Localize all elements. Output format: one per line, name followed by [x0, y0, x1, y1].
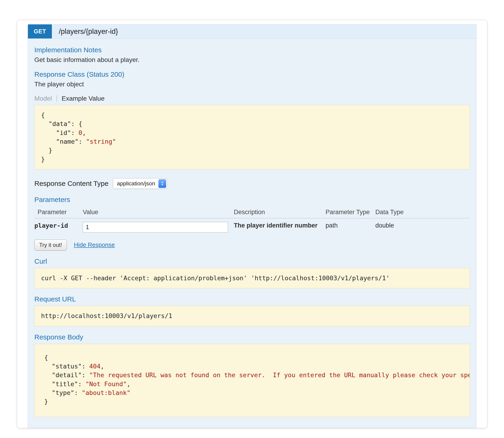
model-example-tabs: Model Example Value — [34, 95, 470, 102]
col-header-value: Value — [83, 206, 234, 218]
col-header-data-type: Data Type — [375, 206, 470, 218]
response-body-code-block: { "status": 404, "detail": "The requeste… — [34, 344, 470, 417]
try-it-out-button[interactable]: Try it out! — [34, 240, 67, 251]
col-header-parameter-type: Parameter Type — [326, 206, 375, 218]
parameter-type: path — [326, 218, 375, 236]
parameter-description: The player identifier number — [234, 218, 326, 236]
response-content-type-value: application/json — [117, 180, 155, 187]
response-content-type-label: Response Content Type — [34, 180, 108, 187]
implementation-notes-heading: Implementation Notes — [34, 46, 470, 54]
implementation-notes-text: Get basic information about a player. — [34, 56, 470, 64]
col-header-description: Description — [234, 206, 326, 218]
parameter-row: player-id The player identifier number p… — [34, 218, 470, 236]
parameter-value-input[interactable] — [83, 222, 228, 233]
hide-response-link[interactable]: Hide Response — [74, 241, 115, 249]
parameter-data-type: double — [375, 218, 470, 236]
select-stepper-icon: ▲▼ — [158, 179, 166, 188]
actions-row: Try it out! Hide Response — [34, 240, 470, 251]
endpoint-path[interactable]: /players/{player-id} — [59, 27, 118, 36]
tab-divider — [57, 95, 57, 102]
http-method-badge[interactable]: GET — [28, 24, 52, 38]
tab-example-value[interactable]: Example Value — [62, 95, 104, 102]
parameters-heading: Parameters — [34, 196, 470, 204]
col-header-parameter: Parameter — [34, 206, 83, 218]
response-body-heading: Response Body — [34, 333, 470, 341]
parameter-name: player-id — [34, 218, 83, 236]
endpoint-body: Implementation Notes Get basic informati… — [28, 39, 476, 428]
curl-heading: Curl — [34, 257, 470, 265]
tab-model[interactable]: Model — [34, 95, 52, 102]
response-content-type-select[interactable]: application/json ▲▼ — [113, 178, 167, 189]
endpoint-header[interactable]: GET /players/{player-id} — [28, 24, 476, 39]
curl-code-block: curl -X GET --header 'Accept: applicatio… — [34, 268, 470, 288]
response-content-type-row: Response Content Type application/json ▲… — [34, 178, 470, 189]
request-url-heading: Request URL — [34, 295, 470, 303]
request-url-code-block: http://localhost:10003/v1/players/1 — [34, 306, 470, 326]
api-operation-card: GET /players/{player-id} Implementation … — [17, 20, 487, 428]
example-value-code-block: { "data": { "id": 0, "name": "string" }} — [34, 105, 470, 169]
parameters-table: Parameter Value Description Parameter Ty… — [34, 206, 470, 236]
response-class-subtitle: The player object — [34, 81, 470, 88]
endpoint-panel: GET /players/{player-id} Implementation … — [28, 24, 477, 428]
parameters-header-row: Parameter Value Description Parameter Ty… — [34, 206, 470, 218]
response-class-heading: Response Class (Status 200) — [34, 70, 470, 78]
